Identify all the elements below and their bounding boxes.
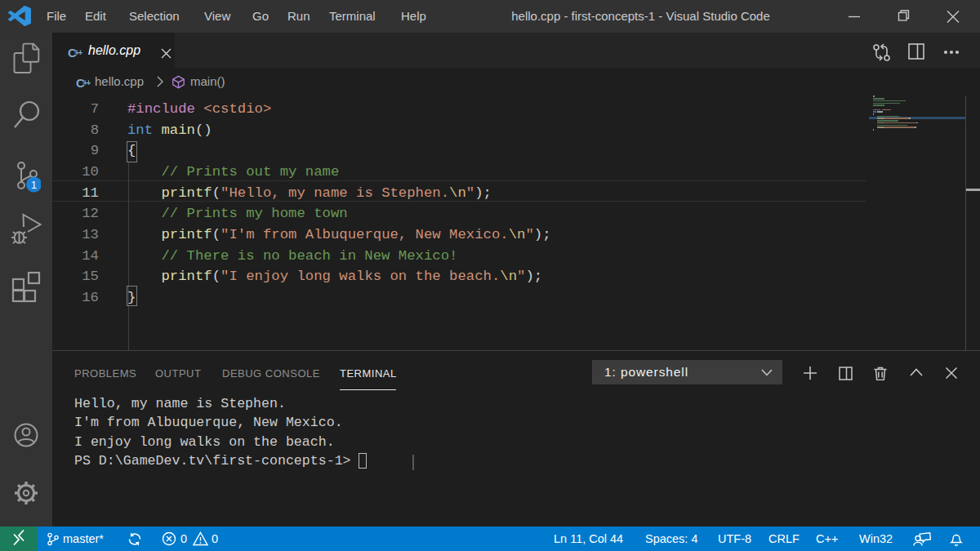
svg-text:1: 1: [31, 180, 37, 191]
svg-text:+: +: [78, 48, 82, 57]
svg-text:+: +: [86, 78, 91, 87]
